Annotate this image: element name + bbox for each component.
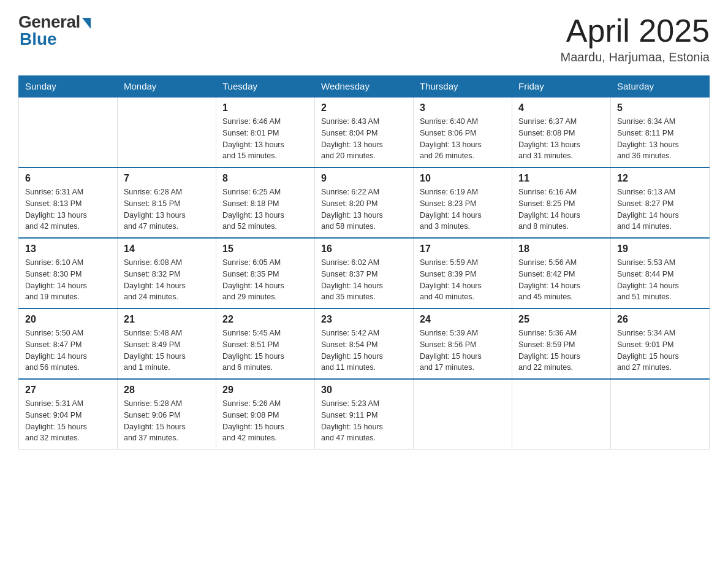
calendar-week-row: 6Sunrise: 6:31 AM Sunset: 8:13 PM Daylig…	[19, 167, 710, 238]
calendar-week-row: 20Sunrise: 5:50 AM Sunset: 8:47 PM Dayli…	[19, 308, 710, 379]
day-number: 21	[124, 314, 210, 325]
calendar-cell: 6Sunrise: 6:31 AM Sunset: 8:13 PM Daylig…	[19, 167, 118, 238]
day-number: 29	[222, 385, 308, 396]
calendar-cell: 4Sunrise: 6:37 AM Sunset: 8:08 PM Daylig…	[512, 97, 611, 167]
day-number: 19	[617, 243, 703, 255]
day-number: 5	[617, 102, 703, 113]
title-section: April 2025 Maardu, Harjumaa, Estonia	[561, 12, 710, 64]
day-info: Sunrise: 6:19 AM Sunset: 8:23 PM Dayligh…	[420, 186, 506, 232]
calendar-cell: 22Sunrise: 5:45 AM Sunset: 8:51 PM Dayli…	[216, 308, 315, 379]
calendar-cell: 21Sunrise: 5:48 AM Sunset: 8:49 PM Dayli…	[118, 308, 216, 379]
day-info: Sunrise: 5:48 AM Sunset: 8:49 PM Dayligh…	[124, 327, 210, 373]
logo: General Blue	[18, 12, 91, 49]
day-info: Sunrise: 6:25 AM Sunset: 8:18 PM Dayligh…	[222, 186, 308, 232]
calendar-cell: 10Sunrise: 6:19 AM Sunset: 8:23 PM Dayli…	[414, 167, 512, 238]
col-header-thursday: Thursday	[414, 76, 512, 98]
col-header-sunday: Sunday	[19, 76, 118, 98]
calendar-cell: 13Sunrise: 6:10 AM Sunset: 8:30 PM Dayli…	[19, 238, 118, 308]
day-info: Sunrise: 6:46 AM Sunset: 8:01 PM Dayligh…	[222, 116, 308, 162]
day-number: 2	[321, 102, 407, 113]
day-info: Sunrise: 5:50 AM Sunset: 8:47 PM Dayligh…	[25, 327, 111, 373]
logo-blue-text: Blue	[20, 29, 57, 49]
calendar-cell: 15Sunrise: 6:05 AM Sunset: 8:35 PM Dayli…	[216, 238, 315, 308]
day-number: 1	[222, 102, 308, 113]
calendar-cell: 27Sunrise: 5:31 AM Sunset: 9:04 PM Dayli…	[19, 379, 118, 450]
day-number: 7	[124, 173, 210, 184]
calendar-header-row: SundayMondayTuesdayWednesdayThursdayFrid…	[19, 76, 710, 98]
day-info: Sunrise: 6:31 AM Sunset: 8:13 PM Dayligh…	[25, 186, 111, 232]
calendar-cell: 1Sunrise: 6:46 AM Sunset: 8:01 PM Daylig…	[216, 97, 315, 167]
col-header-monday: Monday	[118, 76, 216, 98]
day-number: 8	[222, 173, 308, 184]
day-info: Sunrise: 5:42 AM Sunset: 8:54 PM Dayligh…	[321, 327, 407, 373]
day-info: Sunrise: 6:08 AM Sunset: 8:32 PM Dayligh…	[124, 257, 210, 303]
day-number: 9	[321, 173, 407, 184]
location: Maardu, Harjumaa, Estonia	[561, 50, 710, 64]
month-title: April 2025	[561, 12, 710, 49]
calendar-cell: 5Sunrise: 6:34 AM Sunset: 8:11 PM Daylig…	[611, 97, 710, 167]
calendar-cell: 30Sunrise: 5:23 AM Sunset: 9:11 PM Dayli…	[315, 379, 414, 450]
col-header-wednesday: Wednesday	[315, 76, 414, 98]
calendar-week-row: 13Sunrise: 6:10 AM Sunset: 8:30 PM Dayli…	[19, 238, 710, 308]
day-number: 18	[518, 243, 604, 255]
calendar-cell: 7Sunrise: 6:28 AM Sunset: 8:15 PM Daylig…	[118, 167, 216, 238]
day-info: Sunrise: 6:02 AM Sunset: 8:37 PM Dayligh…	[321, 257, 407, 303]
calendar-cell: 3Sunrise: 6:40 AM Sunset: 8:06 PM Daylig…	[414, 97, 512, 167]
calendar-cell: 24Sunrise: 5:39 AM Sunset: 8:56 PM Dayli…	[414, 308, 512, 379]
col-header-saturday: Saturday	[611, 76, 710, 98]
day-info: Sunrise: 6:10 AM Sunset: 8:30 PM Dayligh…	[25, 257, 111, 303]
day-info: Sunrise: 6:40 AM Sunset: 8:06 PM Dayligh…	[420, 116, 506, 162]
day-info: Sunrise: 5:45 AM Sunset: 8:51 PM Dayligh…	[222, 327, 308, 373]
calendar-week-row: 1Sunrise: 6:46 AM Sunset: 8:01 PM Daylig…	[19, 97, 710, 167]
col-header-friday: Friday	[512, 76, 611, 98]
calendar-cell: 2Sunrise: 6:43 AM Sunset: 8:04 PM Daylig…	[315, 97, 414, 167]
calendar-cell: 25Sunrise: 5:36 AM Sunset: 8:59 PM Dayli…	[512, 308, 611, 379]
calendar-cell	[118, 97, 216, 167]
day-number: 27	[25, 385, 111, 396]
calendar-cell: 14Sunrise: 6:08 AM Sunset: 8:32 PM Dayli…	[118, 238, 216, 308]
day-info: Sunrise: 6:22 AM Sunset: 8:20 PM Dayligh…	[321, 186, 407, 232]
day-info: Sunrise: 6:34 AM Sunset: 8:11 PM Dayligh…	[617, 116, 703, 162]
calendar-cell: 12Sunrise: 6:13 AM Sunset: 8:27 PM Dayli…	[611, 167, 710, 238]
day-number: 10	[420, 173, 506, 184]
day-info: Sunrise: 5:28 AM Sunset: 9:06 PM Dayligh…	[124, 398, 210, 444]
day-info: Sunrise: 5:56 AM Sunset: 8:42 PM Dayligh…	[518, 257, 604, 303]
calendar-cell	[19, 97, 118, 167]
calendar-cell: 8Sunrise: 6:25 AM Sunset: 8:18 PM Daylig…	[216, 167, 315, 238]
calendar-cell: 23Sunrise: 5:42 AM Sunset: 8:54 PM Dayli…	[315, 308, 414, 379]
calendar-cell: 17Sunrise: 5:59 AM Sunset: 8:39 PM Dayli…	[414, 238, 512, 308]
day-number: 28	[124, 385, 210, 396]
day-info: Sunrise: 5:31 AM Sunset: 9:04 PM Dayligh…	[25, 398, 111, 444]
day-info: Sunrise: 6:28 AM Sunset: 8:15 PM Dayligh…	[124, 186, 210, 232]
calendar-cell	[414, 379, 512, 450]
day-info: Sunrise: 5:34 AM Sunset: 9:01 PM Dayligh…	[617, 327, 703, 373]
calendar-cell: 18Sunrise: 5:56 AM Sunset: 8:42 PM Dayli…	[512, 238, 611, 308]
day-number: 15	[222, 243, 308, 255]
day-number: 3	[420, 102, 506, 113]
day-info: Sunrise: 5:36 AM Sunset: 8:59 PM Dayligh…	[518, 327, 604, 373]
day-number: 6	[25, 173, 111, 184]
day-info: Sunrise: 5:39 AM Sunset: 8:56 PM Dayligh…	[420, 327, 506, 373]
calendar-table: SundayMondayTuesdayWednesdayThursdayFrid…	[18, 75, 710, 450]
calendar-cell: 9Sunrise: 6:22 AM Sunset: 8:20 PM Daylig…	[315, 167, 414, 238]
calendar-cell: 28Sunrise: 5:28 AM Sunset: 9:06 PM Dayli…	[118, 379, 216, 450]
day-info: Sunrise: 6:05 AM Sunset: 8:35 PM Dayligh…	[222, 257, 308, 303]
day-number: 30	[321, 385, 407, 396]
calendar-cell: 11Sunrise: 6:16 AM Sunset: 8:25 PM Dayli…	[512, 167, 611, 238]
calendar-week-row: 27Sunrise: 5:31 AM Sunset: 9:04 PM Dayli…	[19, 379, 710, 450]
calendar-cell	[611, 379, 710, 450]
day-info: Sunrise: 5:23 AM Sunset: 9:11 PM Dayligh…	[321, 398, 407, 444]
day-number: 12	[617, 173, 703, 184]
page-header: General Blue April 2025 Maardu, Harjumaa…	[18, 12, 710, 64]
day-number: 23	[321, 314, 407, 325]
day-number: 14	[124, 243, 210, 255]
logo-arrow-icon	[82, 18, 91, 29]
calendar-cell: 16Sunrise: 6:02 AM Sunset: 8:37 PM Dayli…	[315, 238, 414, 308]
calendar-cell: 26Sunrise: 5:34 AM Sunset: 9:01 PM Dayli…	[611, 308, 710, 379]
col-header-tuesday: Tuesday	[216, 76, 315, 98]
day-info: Sunrise: 6:43 AM Sunset: 8:04 PM Dayligh…	[321, 116, 407, 162]
calendar-cell	[512, 379, 611, 450]
calendar-cell: 29Sunrise: 5:26 AM Sunset: 9:08 PM Dayli…	[216, 379, 315, 450]
day-info: Sunrise: 5:59 AM Sunset: 8:39 PM Dayligh…	[420, 257, 506, 303]
day-info: Sunrise: 6:37 AM Sunset: 8:08 PM Dayligh…	[518, 116, 604, 162]
